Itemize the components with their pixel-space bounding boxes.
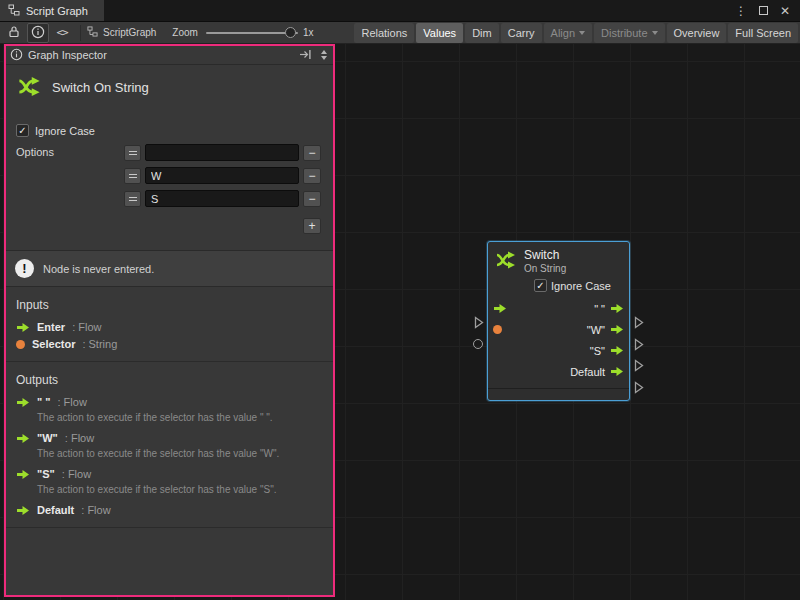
flow-arrow-icon[interactable]	[610, 303, 624, 314]
values-button[interactable]: Values	[416, 23, 463, 43]
output-port-row: "W" : Flow	[6, 429, 333, 446]
flow-output-connector-icon[interactable]	[634, 338, 644, 353]
check-icon: ✓	[18, 126, 26, 136]
distribute-button[interactable]: Distribute	[594, 23, 664, 43]
port-name: "S"	[37, 468, 55, 480]
code-view-button[interactable]: <>	[51, 23, 73, 43]
options-list: − − − +	[124, 144, 321, 234]
port-type: : String	[82, 338, 117, 350]
string-port-icon[interactable]	[493, 325, 502, 334]
flow-output-connector-icon[interactable]	[634, 316, 644, 331]
port-type: : Flow	[72, 321, 101, 333]
option-input[interactable]	[145, 144, 299, 161]
port-type: : Flow	[65, 432, 94, 444]
flow-arrow-icon[interactable]	[610, 345, 624, 356]
ignore-case-checkbox[interactable]: ✓	[16, 124, 29, 137]
dock-panel-icon[interactable]	[299, 49, 312, 62]
node-output-label: Default	[570, 366, 605, 378]
tab-script-graph[interactable]: Script Graph	[0, 0, 104, 21]
port-name: " "	[37, 396, 51, 408]
flow-output-connector-icon[interactable]	[634, 359, 644, 374]
flow-arrow-icon[interactable]	[610, 324, 624, 335]
graph-name-group: ScriptGraph	[87, 26, 156, 39]
warning-banner: ! Node is never entered.	[6, 250, 333, 287]
inspector-header: Graph Inspector	[6, 46, 333, 65]
node-output-label: "S"	[590, 345, 605, 357]
port-type: : Flow	[81, 504, 110, 516]
carry-button[interactable]: Carry	[501, 23, 542, 43]
zoom-slider-handle[interactable]	[285, 27, 296, 38]
node-ignore-case-checkbox[interactable]: ✓	[534, 279, 547, 292]
option-input[interactable]	[145, 190, 299, 207]
inspector-title: Graph Inspector	[28, 49, 107, 61]
lock-button[interactable]	[3, 23, 25, 43]
drag-handle-icon[interactable]	[124, 168, 141, 184]
inspector-toggle-button[interactable]	[27, 23, 49, 43]
chevron-down-icon	[579, 31, 585, 35]
node-port-row: " "	[488, 298, 629, 319]
info-icon	[10, 48, 23, 63]
node-output-label: " "	[594, 303, 605, 315]
toolbar-separator	[80, 25, 81, 41]
scroll-arrows-icon[interactable]	[317, 50, 330, 60]
port-type: : Flow	[58, 396, 87, 408]
option-input[interactable]	[145, 167, 299, 184]
remove-option-button[interactable]: −	[303, 191, 321, 207]
lock-icon	[8, 25, 20, 40]
add-option-button[interactable]: +	[303, 218, 321, 234]
dim-button[interactable]: Dim	[465, 23, 499, 43]
overview-button[interactable]: Overview	[667, 23, 727, 43]
zoom-slider[interactable]	[206, 26, 298, 40]
switch-icon	[494, 248, 518, 274]
outputs-section-title: Outputs	[6, 362, 333, 393]
ignore-case-label: Ignore Case	[35, 125, 95, 137]
chevron-down-icon	[652, 31, 658, 35]
port-description: The action to execute if the selector ha…	[6, 410, 333, 429]
input-port-row: Enter : Flow	[6, 318, 333, 335]
port-name: "W"	[37, 432, 58, 444]
node-subtitle: On String	[524, 263, 566, 274]
node-output-label: "W"	[587, 324, 605, 336]
flow-arrow-icon	[16, 505, 30, 516]
window-menu-icon[interactable]: ⋮	[735, 4, 747, 18]
drag-handle-icon[interactable]	[124, 191, 141, 207]
window-titlebar: Script Graph ⋮ ✕	[0, 0, 800, 22]
output-port-row: " " : Flow	[6, 393, 333, 410]
align-button[interactable]: Align	[544, 23, 592, 43]
output-port-row: "S" : Flow	[6, 465, 333, 482]
options-label: Options	[16, 144, 124, 234]
relations-button[interactable]: Relations	[354, 23, 414, 43]
zoom-label: Zoom	[172, 27, 198, 38]
flow-input-connector-icon[interactable]	[474, 316, 484, 331]
flow-arrow-icon	[16, 433, 30, 444]
zoom-value: 1x	[303, 27, 314, 38]
fullscreen-button[interactable]: Full Screen	[728, 23, 798, 43]
check-icon: ✓	[536, 281, 544, 291]
warning-text: Node is never entered.	[43, 263, 154, 275]
close-icon[interactable]: ✕	[780, 4, 790, 18]
maximize-icon[interactable]	[759, 6, 768, 15]
script-graph-icon	[87, 26, 98, 39]
flow-arrow-icon[interactable]	[493, 303, 507, 314]
flow-arrow-icon	[16, 322, 30, 333]
drag-handle-icon[interactable]	[124, 145, 141, 161]
option-row: −	[124, 144, 321, 161]
remove-option-button[interactable]: −	[303, 168, 321, 184]
flow-output-connector-icon[interactable]	[634, 381, 644, 396]
remove-option-button[interactable]: −	[303, 145, 321, 161]
info-icon	[31, 25, 45, 41]
graph-toolbar: <> ScriptGraph Zoom 1x Relations Values …	[0, 22, 800, 44]
value-input-connector-icon[interactable]	[473, 339, 483, 349]
option-row: −	[124, 190, 321, 207]
node-port-row: Default	[488, 361, 629, 382]
node-title: Switch	[524, 248, 566, 262]
code-icon: <>	[56, 26, 67, 39]
flow-arrow-icon[interactable]	[610, 366, 624, 377]
node-port-row: "W"	[488, 319, 629, 340]
output-port-row: Default : Flow	[6, 501, 333, 518]
port-name: Selector	[32, 338, 75, 350]
port-name: Default	[37, 504, 74, 516]
port-name: Enter	[37, 321, 65, 333]
input-port-row: Selector : String	[6, 335, 333, 352]
switch-on-string-node[interactable]: Switch On String ✓ Ignore Case " " "W" "…	[487, 241, 630, 401]
